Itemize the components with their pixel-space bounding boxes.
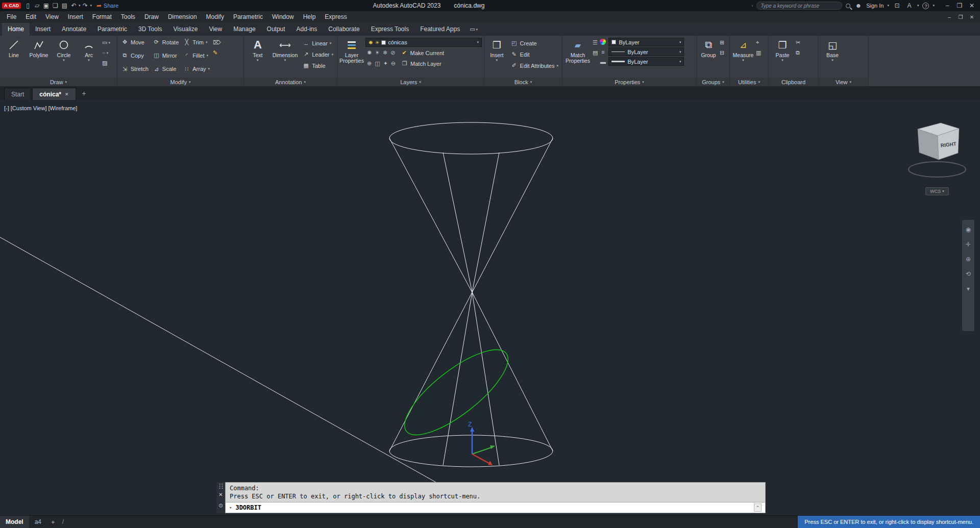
modify-button[interactable]: ✥ Move ▾ — [119, 37, 150, 47]
ribbon-tab[interactable]: Visualize — [168, 23, 204, 36]
line-entity[interactable] — [0, 237, 437, 483]
save-as-icon[interactable]: ❏ — [51, 0, 60, 11]
nav-tool-icon[interactable]: ◉ — [966, 226, 971, 233]
rectangle-tool-button[interactable]: ▭▾ — [102, 38, 110, 47]
layer-select[interactable]: ✺ ☀ cónicas ▾ — [365, 38, 482, 47]
help-chevron-icon[interactable]: ▾ — [933, 4, 935, 8]
lineweight-select[interactable]: ByLayer ▾ — [608, 57, 684, 66]
grip-dots[interactable] — [218, 483, 224, 490]
utility-tool-icon[interactable]: ▥ — [756, 48, 761, 57]
ribbon-tab[interactable]: Insert — [30, 23, 56, 36]
menu-item[interactable]: Tools — [116, 11, 140, 23]
open-icon[interactable]: ▱ — [33, 0, 41, 11]
file-tab[interactable]: cónica* ✕ — [32, 88, 76, 100]
annotation-button[interactable]: ↔ Linear ▾ — [301, 38, 335, 48]
search-flyout-icon[interactable]: › — [752, 4, 753, 8]
menu-item[interactable]: Parametric — [229, 11, 267, 23]
viewport-control[interactable]: [Custom View] — [11, 105, 47, 111]
clipboard-tool-icon[interactable]: ⧉ — [796, 48, 800, 57]
menu-item[interactable]: Modify — [202, 11, 229, 23]
utility-tool-icon[interactable]: ⌖ — [756, 38, 761, 47]
panel-label-groups[interactable]: Groups ▾ — [697, 78, 729, 86]
ribbon-tab[interactable]: View — [203, 23, 228, 36]
panel-label-utilities[interactable]: Utilities ▾ — [730, 78, 768, 86]
insert-button[interactable]: ❒ Insert ▾ — [486, 37, 507, 78]
plot-icon[interactable]: ▤ — [60, 0, 69, 11]
layer-tool-icon[interactable]: ⊕ — [367, 60, 372, 67]
search-input[interactable] — [756, 2, 842, 10]
help-icon[interactable]: ? — [922, 3, 929, 9]
wireframe-geometry[interactable]: Z RIGHT — [0, 100, 980, 515]
nav-tool-icon[interactable]: ⟲ — [966, 270, 971, 278]
modify-button[interactable]: ∷ Array ▾ — [181, 64, 211, 74]
model-tab[interactable]: Model — [0, 516, 29, 528]
redo-icon[interactable]: ↷ — [81, 0, 90, 11]
cone-bottom-ellipse[interactable] — [389, 435, 553, 467]
measure-button[interactable]: ⊿ Measure ▾ — [732, 37, 754, 78]
panel-label-block[interactable]: Block ▾ — [484, 78, 562, 86]
search-icon[interactable] — [846, 4, 850, 8]
layout-tab[interactable]: a4 — [29, 516, 47, 528]
doc-restore-icon[interactable]: ❐ — [955, 11, 966, 23]
hatch-tool-button[interactable]: ▨ — [102, 59, 110, 67]
color-select[interactable]: ByLayer ▾ — [608, 38, 684, 46]
text-button[interactable]: A Text ▾ — [246, 37, 270, 78]
app-store-icon[interactable]: ⊡ — [893, 0, 901, 11]
viewcube-compass-ring[interactable] — [909, 162, 966, 177]
layer-properties-button[interactable]: Layer Properties — [339, 37, 364, 78]
doc-minimize-icon[interactable]: – — [944, 11, 954, 23]
close-icon[interactable]: ✕ — [218, 492, 223, 497]
recent-commands-icon[interactable]: ▾ — [229, 505, 232, 510]
match-properties-button[interactable]: ▰ Match Properties — [565, 37, 591, 78]
panel-label-clipboard[interactable]: Clipboard — [769, 78, 818, 86]
cone-isoline[interactable] — [443, 153, 472, 292]
annotation-button[interactable]: ▦ Table ▾ — [301, 61, 335, 70]
nav-tool-icon[interactable]: ⊕ — [966, 256, 971, 263]
cone-isoline[interactable] — [472, 292, 499, 465]
doc-close-icon[interactable]: ✕ — [967, 11, 977, 23]
make-current-button[interactable]: ✔ Make Current — [399, 48, 446, 58]
ribbon-tab[interactable]: Express Tools — [365, 23, 414, 36]
menu-item[interactable]: Draw — [140, 11, 163, 23]
ribbon-tab[interactable]: Annotate — [56, 23, 92, 36]
menu-item[interactable]: View — [41, 11, 63, 23]
erase-button[interactable]: ⌦ — [213, 38, 221, 47]
layer-tool-icon[interactable]: ⊘ — [390, 49, 395, 56]
modify-button[interactable]: ⟳ Rotate ▾ — [151, 37, 180, 47]
layer-tool-icon[interactable]: ✺ — [367, 49, 372, 56]
menu-item[interactable]: Window — [267, 11, 299, 23]
cone-edge[interactable] — [389, 292, 472, 451]
layer-tool-icon[interactable]: ❄ — [383, 49, 387, 56]
menu-item[interactable]: Express — [320, 11, 351, 23]
command-input[interactable]: ▾ 3DORBIT ^ — [226, 502, 765, 513]
polyline-button[interactable]: Polyline — [27, 37, 51, 78]
modify-button[interactable]: ⇲ Stretch ▾ — [119, 64, 150, 74]
command-palette-grip[interactable]: ✕ ⚙ — [216, 482, 225, 513]
layer-tool-icon[interactable]: ⊖ — [391, 60, 396, 67]
minimize-button[interactable]: – — [941, 0, 953, 11]
viewport-control[interactable]: [Wireframe] — [48, 105, 78, 111]
dimension-button[interactable]: ⟷ Dimension ▾ — [271, 37, 300, 78]
ribbon-tab[interactable]: 3D Tools — [133, 23, 167, 36]
line-button[interactable]: Line — [2, 37, 26, 78]
ribbon-tab[interactable]: Add-ins — [291, 23, 323, 36]
ribbon-tab[interactable]: Parametric — [92, 23, 133, 36]
modify-button[interactable]: ╳ Trim ▾ — [181, 37, 211, 47]
ribbon-tab[interactable]: Manage — [228, 23, 261, 36]
new-drawing-tab-button[interactable]: + — [79, 89, 89, 99]
redo-chevron-icon[interactable]: ▾ — [90, 4, 92, 8]
ellipse-tool-button[interactable]: ○▾ — [102, 48, 110, 57]
ribbon-tab[interactable]: Output — [261, 23, 291, 36]
command-scroll-button[interactable]: ^ — [754, 504, 762, 512]
undo-icon[interactable]: ↶ — [69, 0, 78, 11]
paste-button[interactable]: ❐ Paste ▾ — [771, 37, 794, 78]
modify-button[interactable]: ◜ Fillet ▾ — [181, 51, 211, 60]
drawing-area[interactable]: Z RIGHT [-][Custom View][Wireframe] WCS … — [0, 100, 980, 515]
panel-label-annotation[interactable]: Annotation ▾ — [244, 78, 337, 86]
cone-edge[interactable] — [389, 138, 472, 292]
panel-label-view[interactable]: View ▾ — [819, 78, 868, 86]
conic-section-ellipse[interactable] — [393, 336, 520, 448]
panel-label-modify[interactable]: Modify ▾ — [117, 78, 243, 86]
layer-tool-icon[interactable]: ✦ — [383, 60, 388, 67]
cone-edge[interactable] — [472, 138, 553, 292]
